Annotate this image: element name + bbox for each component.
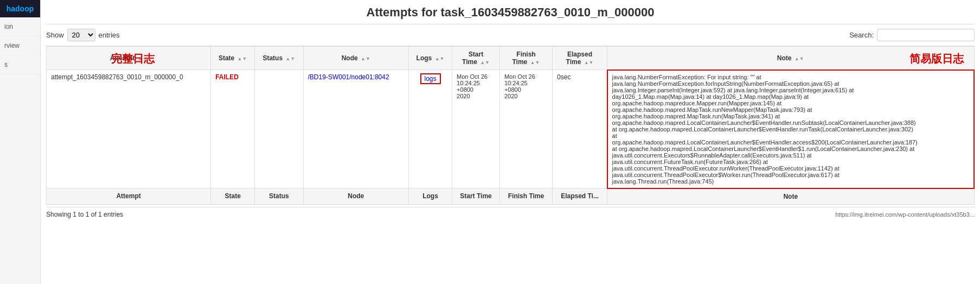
footer-bar: Showing 1 to 1 of 1 entries https://img.… — [46, 207, 975, 222]
cell-status — [255, 70, 303, 188]
sort-icon-state[interactable]: ▲▼ — [238, 56, 247, 61]
cell-attempt: attempt_1603459882763_0010_m_000000_0 — [47, 70, 211, 188]
sidebar-item-ion[interactable]: ion — [0, 17, 40, 36]
footer-col-logs: Logs — [408, 188, 452, 205]
toolbar-right: Search: — [849, 29, 975, 41]
cell-node: /BD19-SW001/node01:8042 — [303, 70, 408, 188]
footer-col-note: Note — [607, 188, 974, 205]
col-attempt: Attempt ▲▼ — [47, 47, 211, 70]
cell-finish-time: Mon Oct 2610:24:25+08002020 — [499, 70, 552, 188]
footer-col-node: Node — [303, 188, 408, 205]
footer-col-status: Status — [255, 188, 303, 205]
table-wrapper: 完整日志 简易版日志 Attempt ▲▼ State ▲▼ Status ▲▼ — [46, 46, 975, 205]
cell-start-time: Mon Oct 2610:24:25+08002020 — [452, 70, 500, 188]
col-node: Node ▲▼ — [303, 47, 408, 70]
col-finish-time: FinishTime ▲▼ — [499, 47, 552, 70]
table-footer-row: Attempt State Status Node Logs Start Tim… — [47, 188, 975, 205]
sidebar-item-rview[interactable]: rview — [0, 36, 40, 55]
sort-icon-attempt[interactable]: ▲▼ — [138, 56, 148, 61]
cell-elapsed-time: 0sec — [553, 70, 607, 188]
footer-col-elapsed-time: Elapsed Ti... — [553, 188, 607, 205]
toolbar-left: Show 20 50 100 entries — [46, 29, 120, 41]
sort-icon-start-time[interactable]: ▲▼ — [480, 60, 490, 65]
footer-col-finish-time: Finish Time — [499, 188, 552, 205]
attempts-table: Attempt ▲▼ State ▲▼ Status ▲▼ Node ▲▼ — [46, 46, 975, 205]
entries-select[interactable]: 20 50 100 — [67, 29, 95, 41]
show-label: Show — [46, 31, 64, 39]
col-status: Status ▲▼ — [255, 47, 303, 70]
node-link[interactable]: /BD19-SW001/node01:8042 — [308, 73, 389, 81]
sort-icon-note[interactable]: ▲▼ — [795, 56, 804, 61]
footer-col-state: State — [211, 188, 255, 205]
sort-icon-finish-time[interactable]: ▲▼ — [530, 60, 540, 65]
footer-col-start-time: Start Time — [452, 188, 500, 205]
sort-icon-status[interactable]: ▲▼ — [285, 56, 295, 61]
col-note: Note ▲▼ — [607, 47, 974, 70]
cell-note: java.lang.NumberFormatException: For inp… — [607, 70, 974, 188]
col-state: State ▲▼ — [211, 47, 255, 70]
sort-icon-node[interactable]: ▲▼ — [361, 56, 370, 61]
logs-link[interactable]: logs — [420, 73, 441, 84]
col-elapsed-time: ElapsedTime ▲▼ — [553, 47, 607, 70]
col-start-time: StartTime ▲▼ — [452, 47, 500, 70]
page-title: Attempts for task_1603459882763_0010_m_0… — [46, 0, 975, 24]
search-input[interactable] — [877, 29, 975, 41]
sort-icon-elapsed-time[interactable]: ▲▼ — [584, 60, 594, 65]
footer-col-attempt: Attempt — [47, 188, 211, 205]
sidebar-logo: hadoop — [0, 0, 40, 17]
sidebar-item-s[interactable]: s — [0, 55, 40, 74]
sidebar: hadoop ion rview s — [0, 0, 41, 227]
sort-icon-logs[interactable]: ▲▼ — [435, 56, 445, 61]
search-label: Search: — [849, 31, 874, 39]
table-header-row: Attempt ▲▼ State ▲▼ Status ▲▼ Node ▲▼ — [47, 47, 975, 70]
entries-label: entries — [99, 31, 120, 39]
cell-logs: logs — [408, 70, 452, 188]
showing-text: Showing 1 to 1 of 1 entries — [46, 211, 123, 218]
toolbar: Show 20 50 100 entries Search: — [46, 24, 975, 46]
footer-url: https://img.itreimei.com/wp-content/uplo… — [835, 211, 975, 218]
logo-text: hadoop — [7, 4, 34, 13]
cell-state: FAILED — [211, 70, 255, 188]
main-content: Attempts for task_1603459882763_0010_m_0… — [41, 0, 980, 227]
table-row: attempt_1603459882763_0010_m_000000_0 FA… — [47, 70, 975, 188]
col-logs: Logs ▲▼ — [408, 47, 452, 70]
